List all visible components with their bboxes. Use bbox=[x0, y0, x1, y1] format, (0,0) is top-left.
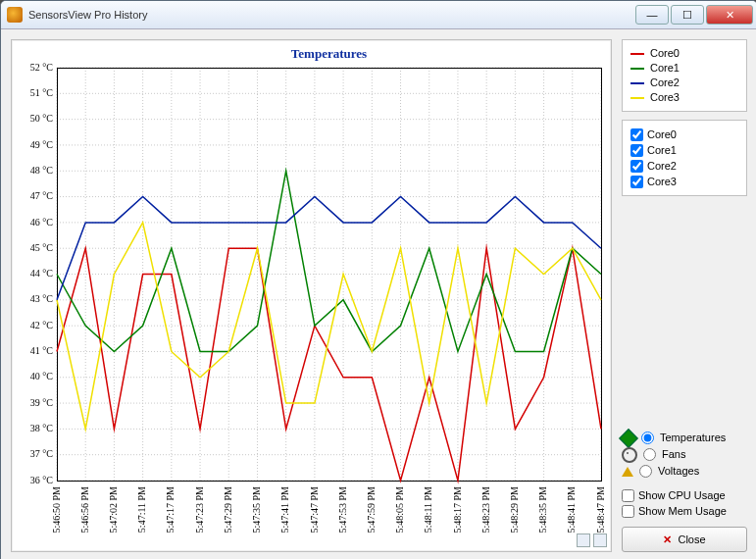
view-mode-radio[interactable] bbox=[641, 432, 654, 444]
view-mode-option[interactable]: Temperatures bbox=[622, 430, 747, 446]
legend-label: Core0 bbox=[650, 46, 680, 61]
view-mode-option[interactable]: Fans bbox=[622, 446, 747, 463]
fan-icon bbox=[622, 447, 637, 463]
view-mode-label: Fans bbox=[662, 446, 685, 463]
series-toggle[interactable]: Core2 bbox=[630, 158, 738, 174]
chart-nav bbox=[577, 534, 607, 547]
series-toggle-checkbox[interactable] bbox=[630, 160, 643, 173]
legend-swatch-icon bbox=[630, 53, 644, 55]
legend-panel: Core0Core1Core2Core3 bbox=[622, 39, 747, 112]
window-title: SensorsView Pro History bbox=[28, 9, 635, 21]
legend-item: Core0 bbox=[630, 46, 738, 61]
voltage-icon bbox=[622, 467, 633, 477]
temperatures-chart bbox=[12, 40, 611, 551]
titlebar: SensorsView Pro History — ☐ ✕ bbox=[1, 1, 756, 29]
series-toggle[interactable]: Core3 bbox=[630, 174, 738, 189]
extra-option[interactable]: Show Mem Usage bbox=[622, 503, 747, 519]
legend-swatch-icon bbox=[630, 97, 644, 99]
extra-options-panel: Show CPU UsageShow Mem Usage bbox=[622, 487, 747, 519]
minimize-button[interactable]: — bbox=[635, 5, 669, 25]
series-toggle-label: Core1 bbox=[647, 142, 677, 158]
legend-label: Core2 bbox=[650, 76, 680, 90]
extra-option-label: Show CPU Usage bbox=[638, 487, 726, 503]
series-toggle[interactable]: Core0 bbox=[630, 127, 738, 142]
close-button[interactable]: ✕ Close bbox=[622, 527, 747, 552]
series-toggle-label: Core2 bbox=[647, 158, 677, 174]
window-close-button[interactable]: ✕ bbox=[706, 5, 753, 25]
view-mode-panel: TemperaturesFansVoltages bbox=[622, 430, 747, 480]
view-mode-radio[interactable] bbox=[639, 465, 652, 478]
view-mode-label: Voltages bbox=[658, 463, 699, 480]
series-toggle[interactable]: Core1 bbox=[630, 142, 738, 158]
series-toggle-label: Core0 bbox=[647, 127, 677, 142]
legend-label: Core1 bbox=[650, 61, 680, 76]
close-button-label: Close bbox=[678, 534, 705, 545]
close-icon: ✕ bbox=[663, 534, 672, 546]
temp-icon bbox=[619, 429, 638, 448]
series-toggle-checkbox[interactable] bbox=[630, 144, 643, 157]
series-toggle-panel: Core0Core1Core2Core3 bbox=[622, 120, 747, 196]
series-toggle-checkbox[interactable] bbox=[630, 128, 643, 141]
extra-option-checkbox[interactable] bbox=[622, 505, 634, 518]
extra-option-checkbox[interactable] bbox=[622, 489, 634, 502]
view-mode-radio[interactable] bbox=[643, 448, 656, 461]
chart-area bbox=[11, 39, 612, 552]
view-mode-label: Temperatures bbox=[660, 430, 726, 446]
legend-swatch-icon bbox=[630, 82, 644, 84]
extra-option[interactable]: Show CPU Usage bbox=[622, 487, 747, 503]
window: SensorsView Pro History — ☐ ✕ Core0Core1… bbox=[0, 0, 756, 559]
extra-option-label: Show Mem Usage bbox=[638, 503, 727, 519]
chart-nav-prev[interactable] bbox=[577, 534, 590, 547]
legend-swatch-icon bbox=[630, 68, 644, 70]
series-toggle-checkbox[interactable] bbox=[630, 176, 643, 188]
legend-label: Core3 bbox=[650, 90, 680, 105]
view-mode-option[interactable]: Voltages bbox=[622, 463, 747, 480]
legend-item: Core3 bbox=[630, 90, 738, 105]
legend-item: Core1 bbox=[630, 61, 738, 76]
legend-item: Core2 bbox=[630, 76, 738, 90]
series-toggle-label: Core3 bbox=[647, 174, 677, 189]
app-icon bbox=[7, 7, 23, 23]
maximize-button[interactable]: ☐ bbox=[671, 5, 704, 25]
chart-nav-next[interactable] bbox=[593, 534, 607, 547]
